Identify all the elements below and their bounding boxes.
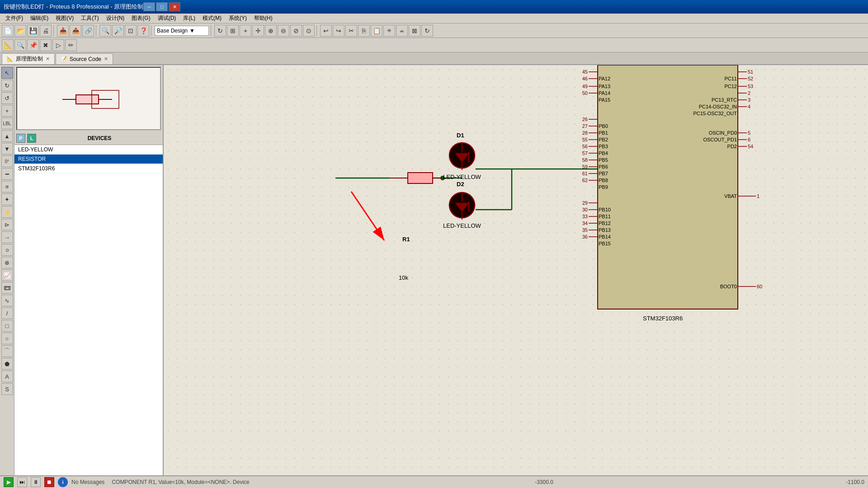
angle-display: 0° (1, 155, 13, 167)
port-tool[interactable]: ⊳ (1, 219, 13, 230)
svg-text:OSCIN_PD0: OSCIN_PD0 (709, 130, 737, 136)
rotate-ccw-tool[interactable]: ↺ (1, 92, 13, 104)
l-mode-btn[interactable]: L (27, 134, 36, 143)
up-tool[interactable]: ▲ (1, 130, 13, 142)
tab-schematic-label: 原理图绘制 (16, 55, 43, 63)
grid-button[interactable]: ⊞ (227, 25, 239, 37)
rotate-cw-button[interactable]: ↻ (421, 25, 433, 37)
tape-tool[interactable]: 📼 (1, 282, 13, 294)
menu-mode[interactable]: 模式(M) (199, 14, 225, 23)
mirror-button[interactable]: ⊠ (409, 25, 420, 37)
select-tool[interactable]: ↖ (1, 67, 13, 79)
align-h-button[interactable]: ⫩ (383, 25, 395, 37)
zoom-in2-button[interactable]: ⊕ (265, 25, 277, 37)
menu-tools[interactable]: 工具(T) (77, 14, 102, 23)
rect-tool[interactable]: □ (1, 320, 13, 332)
bus-tool[interactable]: ≡ (1, 181, 13, 192)
svg-text:PC12: PC12 (724, 84, 737, 89)
cut-button[interactable]: ✂ (345, 25, 357, 37)
design-dropdown[interactable]: Base Design ▼ (155, 26, 209, 36)
menu-design[interactable]: 设计(N) (103, 14, 128, 23)
rotate-cw-tool[interactable]: ↻ (1, 80, 13, 91)
graph-tool[interactable]: 📈 (1, 269, 13, 281)
undo-button[interactable]: ↩ (320, 25, 332, 37)
cross-button[interactable]: + (240, 25, 251, 37)
symbol-tool[interactable]: S (1, 383, 13, 395)
tab-sourcecode-close[interactable]: ✕ (104, 56, 108, 62)
tab-schematic-close[interactable]: ✕ (46, 56, 50, 62)
device-led-yellow[interactable]: LED-YELLOW (14, 145, 163, 155)
mode-btn2[interactable]: 🔍 (14, 39, 26, 51)
minimize-button[interactable]: ─ (143, 2, 155, 11)
mode-btn4[interactable]: ✖ (40, 39, 52, 51)
p-mode-btn[interactable]: P (16, 134, 25, 143)
play-button[interactable]: ▶ (4, 477, 14, 487)
new-button[interactable]: 📄 (2, 25, 14, 37)
menu-edit[interactable]: 编辑(E) (27, 14, 52, 23)
print-button[interactable]: 🖨 (40, 25, 52, 37)
add-component-tool[interactable]: + (1, 105, 13, 117)
svg-text:PC14-OSC32_IN: PC14-OSC32_IN (699, 104, 737, 109)
device-stm32[interactable]: STM32F103R6 (14, 164, 163, 174)
zoom-area-button[interactable]: ⊘ (290, 25, 302, 37)
marker-tool[interactable]: → (1, 231, 13, 243)
fit-button[interactable]: ⊡ (125, 25, 137, 37)
power-tool[interactable]: ⚡ (1, 206, 13, 218)
arc-tool[interactable]: ⌒ (1, 345, 13, 357)
svg-text:55: 55 (582, 137, 588, 142)
menu-view[interactable]: 视图(V) (52, 14, 77, 23)
svg-rect-1 (76, 95, 99, 104)
save-button[interactable]: 💾 (27, 25, 39, 37)
mode-btn1[interactable]: 📐 (2, 39, 14, 51)
step-button[interactable]: ⏭ (17, 477, 27, 487)
tab-sourcecode[interactable]: 📝 Source Code ✕ (56, 53, 113, 64)
import-button[interactable]: 📥 (57, 25, 69, 37)
canvas-area[interactable]: 45 46 PA12 49 PA13 50 PA14 PA15 26 27 PB… (164, 65, 868, 475)
menu-graph[interactable]: 图表(G) (128, 14, 154, 23)
zoom-full-button[interactable]: ⊙ (303, 25, 315, 37)
tab-schematic[interactable]: 📐 原理图绘制 ✕ (2, 53, 55, 64)
redo-button[interactable]: ↪ (333, 25, 344, 37)
close-button[interactable]: ✕ (169, 2, 180, 11)
wire-tool[interactable]: ━ (1, 168, 13, 180)
text-tool[interactable]: A (1, 371, 13, 382)
menu-help[interactable]: 帮助(H) (250, 14, 276, 23)
line-tool[interactable]: / (1, 307, 13, 319)
maximize-button[interactable]: □ (156, 2, 168, 11)
menu-file[interactable]: 文件(F) (2, 14, 27, 23)
pause-button[interactable]: ⏸ (31, 477, 41, 487)
mode-btn3[interactable]: 📌 (27, 39, 39, 51)
device-resistor[interactable]: RESISTOR (14, 155, 163, 164)
refresh-button[interactable]: ↻ (214, 25, 226, 37)
help-icon-btn[interactable]: ❓ (137, 25, 149, 37)
stop-button[interactable]: ⏹ (44, 477, 54, 487)
circle-tool[interactable]: ○ (1, 333, 13, 344)
svg-text:VBAT: VBAT (724, 193, 737, 199)
poly-tool[interactable]: ⬟ (1, 358, 13, 370)
paste-button[interactable]: 📋 (371, 25, 382, 37)
menu-system[interactable]: 系统(Y) (225, 14, 250, 23)
mode-btn5[interactable]: ▷ (52, 39, 64, 51)
down-tool[interactable]: ▼ (1, 143, 13, 155)
zoom-out2-button[interactable]: ⊖ (278, 25, 289, 37)
menu-debug[interactable]: 调试(D) (154, 14, 180, 23)
open-button[interactable]: 📂 (14, 25, 26, 37)
export-button[interactable]: 📤 (70, 25, 81, 37)
sep4 (211, 25, 212, 36)
zoom-in-button[interactable]: 🔍 (99, 25, 111, 37)
netlist-button[interactable]: 🔗 (82, 25, 94, 37)
mode-btn6[interactable]: ✏ (65, 39, 77, 51)
svg-text:PB8: PB8 (599, 178, 608, 183)
svg-text:3: 3 (748, 97, 750, 103)
move-button[interactable]: ✛ (252, 25, 264, 37)
junction-tool[interactable]: ✦ (1, 193, 13, 205)
zoom-out-button[interactable]: 🔎 (112, 25, 124, 37)
copy-button[interactable]: ⎘ (358, 25, 370, 37)
align-v-button[interactable]: ⫨ (396, 25, 408, 37)
probe-tool[interactable]: ⊙ (1, 244, 13, 256)
info-icon: i (58, 477, 68, 487)
menu-lib[interactable]: 库(L) (179, 14, 199, 23)
generator-tool[interactable]: ⊗ (1, 257, 13, 268)
signal-tool[interactable]: ∿ (1, 295, 13, 306)
label-tool[interactable]: LBL (1, 117, 13, 129)
